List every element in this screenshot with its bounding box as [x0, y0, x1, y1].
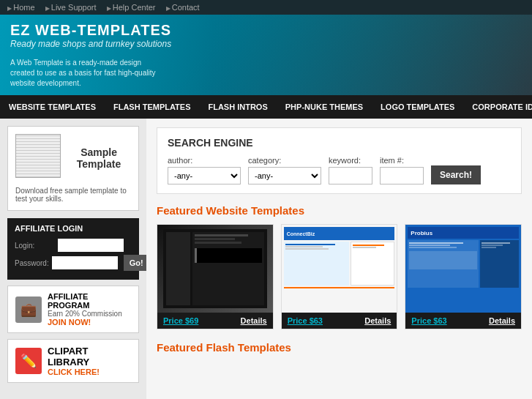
featured-flash-title: Featured Flash Templates — [157, 341, 522, 354]
login-input[interactable] — [58, 239, 124, 252]
template-price-1[interactable]: Price $69 — [163, 316, 198, 325]
template-price-2[interactable]: Price $63 — [288, 316, 323, 325]
brand-title: EZ WEB-TEMPLATES — [10, 22, 522, 39]
category-field: category: -any- — [248, 156, 321, 184]
nav-php-nuke-themes[interactable]: PHP-NUKE THEMES — [277, 95, 372, 119]
clipart-click-link[interactable]: CLICK HERE! — [48, 368, 131, 376]
template-thumb-2: ConnectBiz — [282, 225, 397, 313]
sample-template-image — [15, 134, 61, 178]
nav-corporate-identities[interactable]: CORPORATE IDENTITIES — [463, 95, 532, 119]
template-footer-1: Price $69 Details — [157, 313, 273, 329]
affiliate-login-title: AFFILIATE LOGIN — [15, 224, 132, 233]
search-engine-title: SEARCH ENGINE — [168, 137, 511, 149]
password-input[interactable] — [52, 256, 118, 269]
search-button[interactable]: Search! — [431, 165, 481, 184]
template-details-2[interactable]: Details — [364, 316, 391, 325]
password-label: Password: — [15, 259, 49, 267]
affiliate-login-box: AFFILIATE LOGIN Login: Password: Go! — [7, 218, 139, 280]
author-select[interactable]: -any- — [168, 167, 241, 184]
nav-flash-templates[interactable]: FLASH TEMPLATES — [105, 95, 200, 119]
category-label: category: — [248, 156, 321, 165]
template-details-1[interactable]: Details — [241, 316, 267, 325]
clipart-library-box: ✏️ CLIPART LIBRARY CLICK HERE! — [7, 339, 139, 383]
affiliate-program-subtitle: Earn 20% Commission — [48, 310, 131, 318]
search-fields: author: -any- category: -any- keyword: — [168, 156, 511, 184]
template-price-3[interactable]: Price $63 — [411, 316, 446, 325]
keyword-field: keyword: — [329, 156, 372, 184]
top-nav: Home Live Support Help Center Contact — [0, 0, 532, 15]
body-wrapper: Sample Template Download free sample tem… — [0, 119, 532, 399]
search-engine-box: SEARCH ENGINE author: -any- category: -a… — [157, 127, 522, 194]
template-footer-3: Price $63 Details — [405, 313, 521, 329]
brand-description: A Web Template is a ready-made design cr… — [10, 58, 157, 89]
keyword-label: keyword: — [329, 156, 372, 165]
brand-subtitle: Ready made shops and turnkey solutions — [10, 39, 522, 49]
affiliate-program-box: 💼 AFFILIATE PROGRAM Earn 20% Commission … — [7, 286, 139, 333]
nav-help-center[interactable]: Help Center — [107, 3, 156, 12]
template-footer-2: Price $63 Details — [282, 313, 397, 329]
main-content: SEARCH ENGINE author: -any- category: -a… — [146, 119, 532, 399]
author-label: author: — [168, 156, 241, 165]
nav-live-support[interactable]: Live Support — [45, 3, 97, 12]
affiliate-text: AFFILIATE PROGRAM Earn 20% Commission JO… — [48, 292, 131, 327]
nav-contact[interactable]: Contact — [166, 3, 200, 12]
item-label: item #: — [380, 156, 424, 165]
author-field: author: -any- — [168, 156, 241, 184]
clipart-title: CLIPART LIBRARY — [48, 346, 131, 368]
clipart-text: CLIPART LIBRARY CLICK HERE! — [48, 346, 131, 376]
sample-template-box: Sample Template Download free sample tem… — [7, 126, 139, 211]
sample-template-label: Sample Template — [67, 146, 131, 170]
template-card-2: ConnectBiz — [281, 224, 398, 329]
nav-logo-templates[interactable]: LOGO TEMPLATES — [372, 95, 463, 119]
header: EZ WEB-TEMPLATES Ready made shops and tu… — [0, 15, 532, 95]
sidebar: Sample Template Download free sample tem… — [0, 119, 146, 399]
affiliate-icon: 💼 — [15, 297, 42, 323]
template-details-3[interactable]: Details — [489, 316, 515, 325]
featured-website-title: Featured Website Templates — [157, 204, 522, 217]
sample-template-desc: Download free sample template to test yo… — [15, 187, 131, 203]
category-select[interactable]: -any- — [248, 167, 321, 184]
nav-flash-intros[interactable]: FLASH INTROS — [199, 95, 276, 119]
password-row: Password: Go! — [15, 255, 132, 271]
login-row: Login: — [15, 239, 132, 252]
nav-website-templates[interactable]: WEBSITE TEMPLATES — [0, 95, 105, 119]
login-label: Login: — [15, 242, 55, 250]
template-card-1: Price $69 Details — [157, 224, 274, 329]
featured-website-templates: Price $69 Details ConnectBiz — [157, 224, 522, 329]
clipart-icon: ✏️ — [15, 348, 42, 374]
item-input[interactable] — [380, 167, 424, 184]
template-card-3: Probius — [405, 224, 522, 329]
keyword-input[interactable] — [329, 167, 372, 184]
template-thumb-3: Probius — [405, 225, 521, 313]
item-field: item #: — [380, 156, 424, 184]
join-now-link[interactable]: JOIN NOW! — [48, 318, 131, 327]
go-button[interactable]: Go! — [124, 255, 149, 271]
main-nav: WEBSITE TEMPLATES FLASH TEMPLATES FLASH … — [0, 95, 532, 119]
template-thumb-1 — [157, 225, 273, 313]
affiliate-program-title: AFFILIATE PROGRAM — [48, 292, 131, 310]
nav-home[interactable]: Home — [7, 3, 35, 12]
